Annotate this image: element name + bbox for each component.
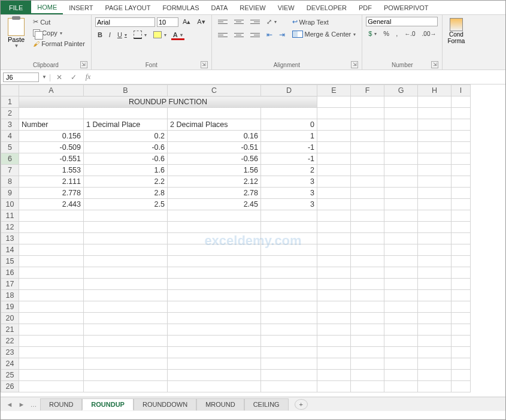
cell[interactable]	[261, 222, 317, 233]
cell[interactable]	[168, 358, 261, 370]
cell[interactable]	[418, 370, 452, 381]
underline-button[interactable]: U▾	[115, 30, 129, 40]
cell[interactable]	[19, 256, 84, 267]
row-header-6[interactable]: 6	[1, 153, 19, 165]
tab-pdf[interactable]: PDF	[353, 1, 378, 14]
cell[interactable]	[384, 244, 418, 256]
cell[interactable]	[19, 210, 84, 222]
tab-page-layout[interactable]: PAGE LAYOUT	[99, 1, 156, 14]
cell[interactable]	[384, 381, 418, 392]
cell[interactable]: -0.551	[19, 153, 84, 165]
cell[interactable]: 2.2	[84, 176, 168, 188]
cell[interactable]	[168, 233, 261, 244]
row-header-2[interactable]: 2	[1, 108, 19, 119]
cell[interactable]	[261, 108, 317, 119]
col-header-C[interactable]: C	[168, 85, 261, 96]
tab-view[interactable]: VIEW	[272, 1, 301, 14]
cell[interactable]	[168, 222, 261, 233]
font-color-button[interactable]: A▾	[171, 30, 185, 40]
cell[interactable]: -0.56	[168, 153, 261, 165]
cell[interactable]	[384, 324, 418, 336]
cell[interactable]	[168, 313, 261, 324]
title-cell[interactable]: ROUNDUP FUNCTION	[19, 96, 317, 108]
chevron-down-icon[interactable]: ▼	[42, 74, 47, 80]
cell[interactable]	[384, 336, 418, 347]
row-header-23[interactable]: 23	[1, 347, 19, 358]
cell[interactable]	[418, 381, 452, 392]
sheet-tab-round[interactable]: ROUND	[40, 398, 82, 410]
cell[interactable]	[84, 279, 168, 290]
conditional-formatting-button[interactable]: Cond Forma	[446, 17, 466, 46]
col-header-F[interactable]: F	[351, 85, 384, 96]
cell[interactable]	[84, 313, 168, 324]
dialog-launcher-icon[interactable]: ⇲	[80, 61, 87, 68]
cell[interactable]	[351, 108, 384, 119]
sheet-nav-more[interactable]: …	[28, 401, 39, 408]
cell[interactable]	[418, 165, 452, 176]
border-button[interactable]: ▾	[131, 29, 149, 40]
tab-data[interactable]: DATA	[205, 1, 234, 14]
cell[interactable]	[418, 233, 452, 244]
cell[interactable]	[418, 324, 452, 336]
decrease-decimal-button[interactable]: .00→	[420, 29, 439, 38]
cell[interactable]	[84, 267, 168, 279]
cell[interactable]	[261, 313, 317, 324]
cell[interactable]	[84, 301, 168, 313]
cell[interactable]: 2.8	[84, 188, 168, 199]
select-all-cell[interactable]	[1, 85, 19, 96]
cell[interactable]	[418, 313, 452, 324]
cell[interactable]	[384, 176, 418, 188]
row-header-16[interactable]: 16	[1, 267, 19, 279]
cell[interactable]	[452, 210, 471, 222]
cell[interactable]	[168, 290, 261, 301]
cell[interactable]	[317, 370, 351, 381]
cell[interactable]: 2.111	[19, 176, 84, 188]
grow-font-button[interactable]: A▴	[180, 17, 193, 27]
row-header-22[interactable]: 22	[1, 336, 19, 347]
cell[interactable]	[168, 324, 261, 336]
decrease-indent-button[interactable]: ⇤	[264, 29, 275, 40]
cell[interactable]	[317, 96, 351, 108]
cell[interactable]	[19, 108, 84, 119]
col-header-D[interactable]: D	[261, 85, 317, 96]
cell[interactable]	[452, 336, 471, 347]
cell[interactable]	[418, 210, 452, 222]
row-header-13[interactable]: 13	[1, 233, 19, 244]
cell[interactable]	[317, 176, 351, 188]
cell[interactable]	[452, 119, 471, 131]
row-header-21[interactable]: 21	[1, 324, 19, 336]
cell[interactable]	[317, 336, 351, 347]
col-header-E[interactable]: E	[317, 85, 351, 96]
cell[interactable]	[317, 313, 351, 324]
cell[interactable]	[351, 131, 384, 142]
cell[interactable]	[351, 347, 384, 358]
cell[interactable]	[317, 108, 351, 119]
cell[interactable]	[384, 370, 418, 381]
cell[interactable]	[418, 142, 452, 153]
cell[interactable]	[261, 358, 317, 370]
cell[interactable]	[168, 108, 261, 119]
cell[interactable]	[351, 233, 384, 244]
cell[interactable]	[84, 370, 168, 381]
cell[interactable]: 0.156	[19, 131, 84, 142]
cell[interactable]	[317, 290, 351, 301]
row-header-10[interactable]: 10	[1, 199, 19, 210]
cell[interactable]	[84, 336, 168, 347]
cell[interactable]	[261, 336, 317, 347]
formula-input[interactable]	[96, 72, 503, 82]
cell[interactable]	[351, 244, 384, 256]
cut-button[interactable]: ✂Cut	[31, 17, 87, 27]
percent-format-button[interactable]: %	[381, 29, 392, 38]
sheet-nav-last[interactable]: ►	[16, 401, 27, 408]
cell[interactable]	[261, 347, 317, 358]
cell[interactable]	[168, 210, 261, 222]
cell[interactable]	[351, 256, 384, 267]
row-header-17[interactable]: 17	[1, 279, 19, 290]
cell[interactable]	[351, 358, 384, 370]
cell[interactable]: 1 Decimal Place	[84, 119, 168, 131]
cell[interactable]	[418, 153, 452, 165]
cell[interactable]	[317, 381, 351, 392]
cell[interactable]: 2.443	[19, 199, 84, 210]
cell[interactable]	[317, 256, 351, 267]
tab-file[interactable]: FILE	[1, 1, 31, 14]
